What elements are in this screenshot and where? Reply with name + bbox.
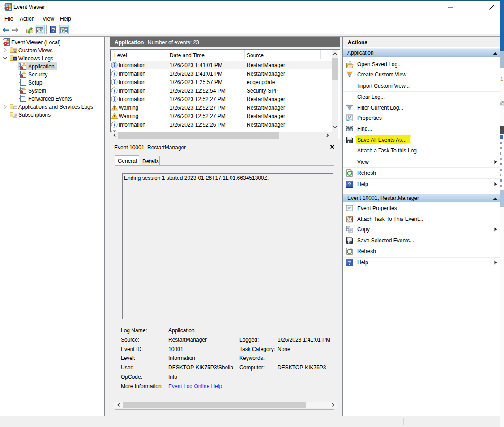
- svg-text:?: ?: [348, 182, 351, 188]
- svg-text:?: ?: [51, 27, 55, 33]
- svg-text:?: ?: [348, 260, 351, 266]
